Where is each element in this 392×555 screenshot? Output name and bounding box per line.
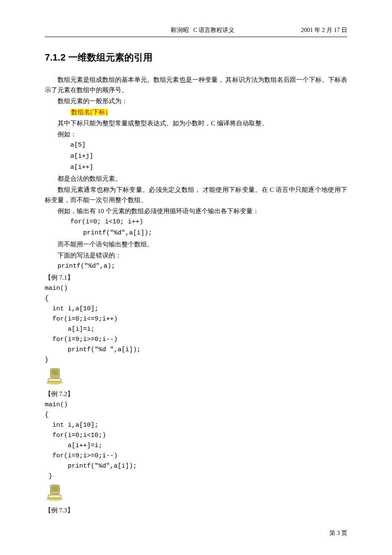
example-label-7-1: 【例 7.1】 [45, 272, 347, 283]
svg-rect-8 [52, 486, 58, 491]
header-date: 2001 年 2 月 17 日 [301, 26, 348, 35]
header-title-block: 靳润昭 C 语言教程讲义 [104, 26, 301, 35]
section-heading: 7.1.2 一维数组元素的引用 [45, 50, 347, 65]
paragraph: 下面的写法是错误的： [45, 250, 347, 260]
page-header: 靳润昭 C 语言教程讲义 2001 年 2 月 17 日 [45, 26, 347, 37]
code-line: a[i]=i; [45, 324, 347, 335]
example-label-7-3: 【例 7.3】 [45, 505, 347, 515]
paragraph: 而不能用一个语句输出整个数组。 [45, 239, 347, 249]
code-line: } [45, 355, 347, 365]
highlight-text: 数组名[下标] [70, 109, 108, 116]
code-example: a[i+j] [45, 151, 347, 162]
document-page: 靳润昭 C 语言教程讲义 2001 年 2 月 17 日 7.1.2 一维数组元… [0, 0, 392, 555]
code-example: a[5] [45, 140, 347, 150]
code-line: for(i=9;i>=0;i--) [45, 335, 347, 345]
form-syntax: 数组名[下标] [45, 107, 347, 117]
paragraph: 数组元素通常也称为下标变量。必须先定义数组， 才能使用下标变量。在 C 语言中只… [45, 185, 347, 205]
code-line: int i,a[10]; [45, 304, 347, 314]
code-line: printf("%d ",a[i]); [45, 345, 347, 355]
paragraph: 例如： [45, 129, 347, 139]
computer-icon [45, 367, 64, 385]
code-line: { [45, 410, 347, 420]
paragraph: 数组元素是组成数组的基本单元。数组元素也是一种变量， 其标识方法为数组名后跟一个… [45, 75, 347, 95]
code-line: main() [45, 400, 347, 410]
code-line: int i,a[10]; [45, 420, 347, 431]
svg-rect-9 [49, 495, 60, 497]
example-label-7-2: 【例 7.2】 [45, 389, 347, 399]
paragraph: 其中下标只能为整型常量或整型表达式。如为小数时，C 编译将自动取整。 [45, 118, 347, 128]
code-example: a[i++] [45, 162, 347, 173]
svg-rect-4 [49, 379, 60, 381]
svg-rect-3 [52, 370, 58, 375]
paragraph: 例如，输出有 10 个元素的数组必须使用循环语句逐个输出各下标变量： [45, 206, 347, 216]
header-author: 靳润昭 [171, 27, 189, 33]
section-number: 7.1.2 [45, 52, 66, 63]
paragraph: 都是合法的数组元素。 [45, 173, 347, 184]
code-line: for(i=0; i<10; i++) [45, 217, 347, 227]
computer-icon [45, 483, 64, 501]
code-line: for(i=0;i<10;) [45, 431, 347, 441]
code-line: main() [45, 283, 347, 294]
paragraph: 数组元素的一般形式为： [45, 96, 347, 106]
header-title: C 语言教程讲义 [193, 27, 235, 33]
page-footer: 第 3 页 [329, 529, 347, 538]
code-line: for(i=9;i>=0;i--) [45, 451, 347, 461]
code-line: { [45, 294, 347, 304]
code-line: printf("%d",a[i]); [45, 228, 347, 238]
section-title: 一维数组元素的引用 [68, 52, 153, 63]
code-line: a[i++]=i; [45, 441, 347, 451]
code-line: printf("%d",a); [45, 261, 347, 272]
code-line: for(i=0;i<=9;i++) [45, 314, 347, 324]
code-line: printf("%d",a[i]); [45, 461, 347, 471]
code-line: } [45, 471, 347, 482]
